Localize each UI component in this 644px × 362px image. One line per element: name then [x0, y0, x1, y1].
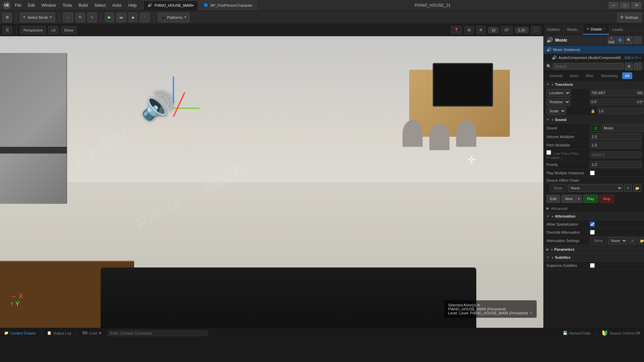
maximize-btn[interactable]: □	[620, 2, 630, 9]
add-component-btn[interactable]: + Add	[608, 37, 615, 44]
source-control-btn[interactable]: 🔰 Source Control Off	[601, 330, 640, 336]
details-tab[interactable]: ✏ Details ×	[583, 24, 609, 35]
filter-tab-misc[interactable]: Misc	[583, 72, 597, 79]
attenuation-section-header[interactable]: ▼ ● Attenuation	[544, 212, 644, 220]
output-log-btn[interactable]: 📋 Output Log	[47, 331, 71, 335]
pitch-multiplier-input[interactable]	[590, 142, 641, 148]
menu-actor[interactable]: Actor	[111, 2, 123, 8]
parameters-section-header[interactable]: ▶ ● Parameters	[544, 245, 644, 253]
waveform-btn[interactable]: ♫	[590, 124, 601, 132]
console-input[interactable]	[107, 330, 208, 336]
lit-btn[interactable]: Lit	[48, 26, 58, 34]
source-effect-refresh-btn[interactable]: ↺	[624, 184, 632, 192]
low-pass-input[interactable]	[590, 152, 641, 158]
viewport-scene[interactable]: RRCG 人人素材 RRCG 人人素材 RRCG 🔊	[0, 36, 543, 328]
more-options-btn[interactable]: ⋮	[140, 13, 150, 22]
search-extra-btn[interactable]: ⋮	[634, 63, 641, 70]
edit-cpp-btn[interactable]: Edit in C++	[625, 56, 641, 60]
tree-item-audio-component[interactable]: 🔊 AudioComponent (AudioComponent0) Edit …	[544, 54, 644, 62]
stop-btn-toolbar[interactable]: ■	[129, 13, 137, 22]
vp-fullscreen-btn[interactable]: ⛶	[531, 26, 541, 34]
advanced-row[interactable]: ▶ Advanced	[544, 205, 644, 212]
filter-tab-general[interactable]: General	[546, 72, 566, 79]
menu-file[interactable]: File	[13, 2, 22, 8]
scale-dropdown[interactable]: Scale	[546, 107, 566, 115]
override-attenuation-checkbox[interactable]	[590, 230, 595, 235]
audio-actor-icon[interactable]: 🔊	[141, 90, 174, 121]
vp-grid-btn[interactable]: ⊞	[465, 26, 474, 34]
cmd-btn[interactable]: ⌨ Cmd ▼	[82, 331, 102, 335]
settings-btn[interactable]: ⚙ Settings	[617, 13, 641, 22]
music-instance-label: Music (Instance)	[553, 48, 641, 52]
sound-section-header[interactable]: ▼ ● Sound	[544, 116, 644, 124]
attenuation-refresh-btn[interactable]: ↺	[629, 237, 637, 244]
sound-name-input[interactable]	[602, 124, 644, 132]
panel-settings-btn[interactable]: ⋮	[634, 37, 641, 44]
source-effect-dropdown[interactable]: None	[568, 184, 623, 192]
tab-main[interactable]: 🔊 PIANO_HOUSE_MAIN•	[143, 1, 198, 10]
layout-btn[interactable]: ⊞	[3, 13, 12, 22]
menu-window[interactable]: Window	[40, 2, 57, 8]
advance-frame-btn[interactable]: ⏭	[116, 13, 126, 22]
menu-build[interactable]: Build	[77, 2, 89, 8]
rotate-btn[interactable]: ↻	[76, 13, 85, 22]
rotation-y-input[interactable]	[636, 99, 644, 105]
show-btn[interactable]: Show	[61, 26, 76, 34]
content-drawer-btn[interactable]: 📁 Content Drawer	[4, 331, 36, 335]
allow-spatialization-checkbox[interactable]	[590, 222, 595, 227]
outliner-tab[interactable]: Outliner	[544, 24, 564, 35]
vp-settings-btn[interactable]: ⚙	[476, 26, 486, 34]
derived-data-btn[interactable]: 💾 Derived Data	[563, 331, 590, 335]
play-multiple-checkbox[interactable]	[590, 171, 595, 175]
volume-multiplier-input[interactable]	[590, 133, 641, 140]
blueprint-btn[interactable]: 🔵	[616, 37, 624, 44]
low-pass-checkbox[interactable]	[546, 150, 551, 155]
new-sound-btn[interactable]: New	[561, 195, 576, 203]
edit-sound-btn[interactable]: Edit	[546, 195, 560, 203]
transform-btn[interactable]: ↔	[63, 13, 73, 22]
play-btn-toolbar[interactable]: ▶	[105, 13, 114, 22]
scale-x-input[interactable]	[597, 108, 643, 114]
location-dropdown[interactable]: Location	[546, 89, 571, 97]
menu-tools[interactable]: Tools	[61, 2, 73, 8]
levels-tab[interactable]: Levels	[609, 24, 627, 35]
stop-sound-btn[interactable]: Stop	[599, 195, 614, 203]
details-close-btn[interactable]: ×	[603, 27, 605, 31]
menu-select[interactable]: Select	[93, 2, 107, 8]
search-grid-btn[interactable]: ⊞	[625, 63, 633, 70]
viewport-menu-btn[interactable]: ☰	[3, 26, 12, 34]
rotation-x-input[interactable]	[590, 99, 635, 105]
close-btn[interactable]: ✕	[631, 2, 641, 9]
world-tab[interactable]: World...	[564, 24, 584, 35]
attenuation-browse-btn[interactable]: 📂	[638, 237, 644, 244]
menu-edit[interactable]: Edit	[26, 2, 36, 8]
viewport[interactable]: ☰ Perspective Lit Show 📍 ⊞ ⚙ 10 10° 0.25	[0, 24, 543, 328]
new-sound-dropdown-btn[interactable]: ▼	[576, 195, 582, 203]
filter-tab-streaming[interactable]: Streaming	[598, 72, 621, 79]
select-mode-btn[interactable]: ↖ Select Mode ▼	[20, 13, 55, 22]
vp-snap-btn[interactable]: 📍	[451, 26, 462, 34]
priority-input[interactable]	[590, 161, 641, 168]
filter-tab-all[interactable]: All	[622, 72, 632, 79]
scale-btn[interactable]: ⤡	[88, 13, 97, 22]
tab-character[interactable]: 🔵 BP_FirstPersonCharacter	[199, 1, 257, 10]
attenuation-settings-dropdown[interactable]: None	[608, 237, 627, 244]
search-panel-btn[interactable]: 🔍	[625, 37, 633, 44]
level-dropdown-btn[interactable]: ▼	[529, 311, 533, 315]
rotation-dropdown[interactable]: Rotation	[546, 98, 570, 106]
subtitles-section-header[interactable]: ▼ ● Subtitles	[544, 253, 644, 261]
vp-rotate-snap[interactable]: 10°	[501, 26, 512, 34]
platforms-btn[interactable]: 📱 Platforms ▼	[158, 13, 190, 22]
tree-item-music-instance[interactable]: 🔊 Music (Instance)	[544, 46, 644, 54]
play-sound-btn[interactable]: Play	[583, 195, 598, 203]
menu-help[interactable]: Help	[127, 2, 138, 8]
transform-section-header[interactable]: ▼ ● Transform	[544, 80, 644, 88]
location-y-input[interactable]	[636, 89, 644, 96]
location-x-input[interactable]	[590, 89, 635, 96]
suppress-subtitles-checkbox[interactable]	[590, 263, 595, 268]
filter-tab-actor[interactable]: Actor	[567, 72, 582, 79]
minimize-btn[interactable]: ─	[608, 2, 619, 9]
perspective-btn[interactable]: Perspective	[20, 26, 46, 34]
search-input[interactable]	[553, 63, 624, 69]
source-effect-browse-btn[interactable]: 📂	[633, 184, 641, 192]
